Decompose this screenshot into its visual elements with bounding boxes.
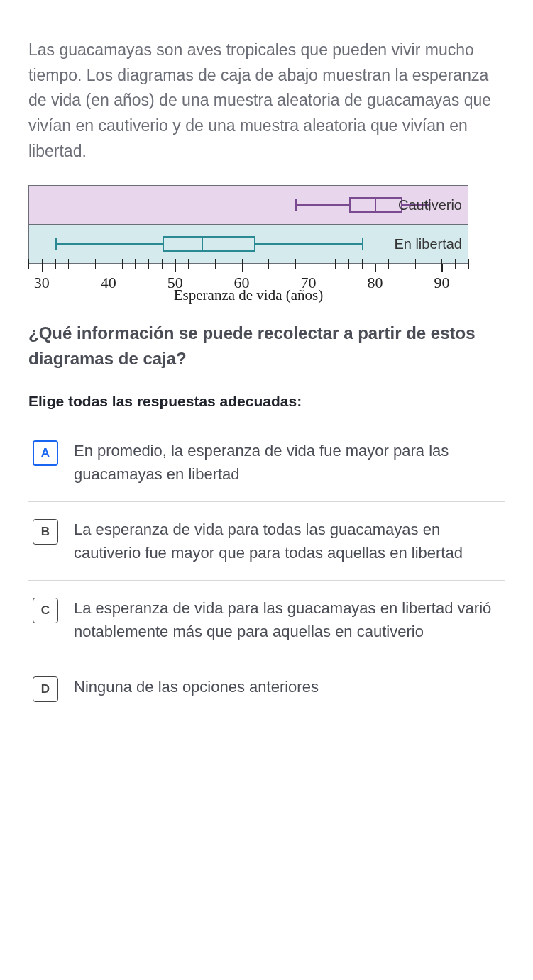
- options-list: A En promedio, la esperanza de vida fue …: [28, 423, 505, 718]
- instruction-text: Elige todas las respuestas adecuadas:: [28, 393, 505, 410]
- option-c-text: La esperanza de vida para las guacamayas…: [74, 596, 500, 643]
- option-a[interactable]: A En promedio, la esperanza de vida fue …: [28, 423, 505, 502]
- intro-text: Las guacamayas son aves tropicales que p…: [28, 38, 505, 164]
- option-c-letter: C: [33, 598, 58, 623]
- question-text: ¿Qué información se puede recolectar a p…: [28, 321, 505, 372]
- option-d-letter: D: [33, 676, 58, 702]
- series-label: En libertad: [394, 236, 462, 252]
- tick-label: 80: [367, 274, 383, 292]
- option-a-text: En promedio, la esperanza de vida fue ma…: [74, 439, 500, 486]
- option-a-letter: A: [33, 440, 58, 466]
- boxplot-row-en-libertad: En libertad: [29, 225, 468, 264]
- option-b-text: La esperanza de vida para todas las guac…: [74, 518, 500, 564]
- series-label: Cautiverio: [398, 197, 462, 213]
- boxplot-row-cautiverio: Cautiverio: [29, 186, 468, 225]
- option-d-text: Ninguna de las opciones anteriores: [74, 675, 319, 698]
- tick-label: 40: [101, 274, 116, 292]
- option-b[interactable]: B La esperanza de vida para todas las gu…: [28, 502, 505, 581]
- tick-label: 30: [34, 274, 50, 292]
- x-axis-label: Esperanza de vida (años): [174, 286, 323, 304]
- option-c[interactable]: C La esperanza de vida para las guacamay…: [28, 581, 505, 659]
- option-b-letter: B: [33, 519, 58, 545]
- boxplot-chart: CautiverioEn libertad 30405060708090Espe…: [28, 185, 505, 278]
- option-d[interactable]: D Ninguna de las opciones anteriores: [28, 659, 505, 718]
- tick-label: 90: [434, 274, 449, 292]
